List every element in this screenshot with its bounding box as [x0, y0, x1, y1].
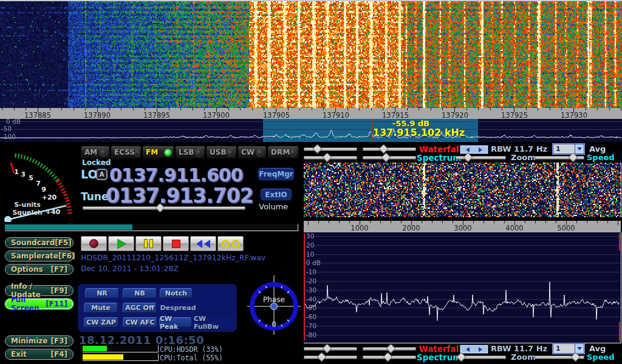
- notch-button[interactable]: Notch: [160, 288, 193, 298]
- info-update-button[interactable]: Info / Update[F9]: [5, 285, 73, 296]
- spectrum-right-marker-top: [619, 234, 620, 251]
- button-hotkey: [F5]: [55, 238, 72, 247]
- arrow-right-icon[interactable]: [479, 147, 482, 152]
- rf-frequency-scale[interactable]: 1378851378901378951379001379051379101379…: [0, 108, 622, 119]
- mode-led-icon: [100, 149, 108, 157]
- slider-thumb[interactable]: [463, 153, 473, 163]
- extio-button[interactable]: ExtIO: [260, 188, 292, 201]
- main-waterfall-display[interactable]: [0, 1, 622, 108]
- slider-track[interactable]: [363, 147, 416, 151]
- pause-button[interactable]: [135, 236, 162, 251]
- wav-file-date: Dec 10, 2011 - 13:01:28Z: [81, 264, 179, 273]
- lo-lock-badge[interactable]: A: [96, 169, 108, 180]
- rewind-button[interactable]: [190, 236, 216, 251]
- loop-button[interactable]: [217, 236, 244, 251]
- slider-thumb[interactable]: [317, 352, 327, 362]
- chevron-down-icon[interactable]: [575, 344, 584, 353]
- minimize-button[interactable]: Minimize[F3]: [5, 335, 73, 346]
- tune-label: Tune: [81, 190, 108, 203]
- button-label: Exit: [11, 350, 27, 359]
- lo-frequency-display[interactable]: 0137.911.600: [109, 164, 243, 186]
- waterfall-brightness-slider[interactable]: [363, 345, 416, 351]
- avg-combobox[interactable]: 1: [553, 343, 584, 354]
- avg-combobox[interactable]: 1: [553, 144, 584, 154]
- spectrum-contrast-slider[interactable]: [304, 354, 357, 359]
- mode-led-icon: [135, 149, 139, 157]
- mode-button-ecss[interactable]: ECSS: [111, 146, 142, 159]
- cw-afc-button[interactable]: CW AFC: [123, 317, 157, 328]
- spectrum-brightness-slider[interactable]: [363, 154, 416, 160]
- nr-button[interactable]: NR: [85, 288, 119, 298]
- volume-slider-thumb[interactable]: [156, 203, 165, 213]
- mode-button-am[interactable]: AM: [81, 146, 110, 159]
- avg-label: Avg: [589, 144, 606, 153]
- slider-thumb[interactable]: [571, 352, 581, 362]
- slider-thumb[interactable]: [323, 344, 332, 354]
- rbw-spinner[interactable]: [460, 145, 488, 154]
- waterfall-contrast-slider[interactable]: [304, 345, 357, 351]
- slider-track[interactable]: [304, 356, 357, 359]
- slider-thumb[interactable]: [569, 153, 578, 163]
- cw-fullbw-button[interactable]: CW FullBw: [193, 317, 233, 328]
- mode-button-usb[interactable]: USB: [206, 146, 237, 159]
- slider-thumb[interactable]: [381, 153, 391, 163]
- cw-zap-button[interactable]: CW ZAP: [84, 317, 118, 328]
- cursor-frequency-readout: 137.915.102 kHz: [373, 127, 465, 138]
- af-frequency-scale[interactable]: 10002000300040005000: [304, 221, 621, 232]
- waterfall-brightness-slider[interactable]: [363, 146, 416, 151]
- arrow-left-icon[interactable]: [466, 347, 470, 352]
- samplerate-button[interactable]: Samplerate[F6]: [5, 251, 73, 261]
- volume-slider[interactable]: [83, 204, 245, 211]
- mute-button[interactable]: Mute: [84, 303, 118, 313]
- main-waterfall-canvas[interactable]: [0, 1, 622, 108]
- playback-progress-bar[interactable]: [5, 224, 298, 231]
- slider-track[interactable]: [304, 147, 357, 151]
- record-button[interactable]: [81, 236, 107, 251]
- avg-combobox-value: 1: [556, 345, 561, 352]
- zoom-slider[interactable]: [456, 154, 506, 160]
- spectrum-label[interactable]: Spectrum: [417, 352, 461, 362]
- agc-off-button[interactable]: AGC Off: [123, 303, 157, 313]
- button-hotkey: [F4]: [50, 350, 67, 359]
- tune-cursor[interactable]: [371, 119, 372, 142]
- arrow-left-icon[interactable]: [466, 147, 470, 152]
- speed-slider[interactable]: [535, 154, 584, 160]
- mode-button-fm[interactable]: FM: [142, 146, 174, 159]
- main-spectrum-display[interactable]: -55.9 dB 137.915.102 kHz 0 dB-50-100: [0, 119, 622, 142]
- zoom-slider[interactable]: [456, 354, 506, 359]
- mode-button-lsb[interactable]: LSB: [175, 146, 205, 159]
- full-screen-button[interactable]: Full Screen[F11]: [5, 298, 73, 309]
- exit-button[interactable]: Exit[F4]: [5, 349, 73, 360]
- waterfall-contrast-slider[interactable]: [304, 146, 357, 151]
- rbw-spinner[interactable]: [460, 345, 488, 354]
- options-button[interactable]: Options[F7]: [5, 264, 73, 275]
- stop-button[interactable]: [163, 236, 189, 251]
- chevron-down-icon[interactable]: [575, 144, 584, 153]
- nb-button[interactable]: NB: [123, 288, 157, 298]
- af-waterfall-display[interactable]: [304, 163, 621, 217]
- mode-button-drm[interactable]: DRM: [267, 146, 299, 159]
- squelch-needle-pivot[interactable]: [4, 216, 12, 222]
- arrow-right-icon[interactable]: [479, 347, 482, 352]
- slider-thumb[interactable]: [379, 144, 389, 154]
- soundcard-button[interactable]: Soundcard[F5]: [5, 237, 73, 248]
- slider-thumb[interactable]: [323, 153, 332, 163]
- af-spectrum-display[interactable]: 3020100 dB-10-20-30-40-50-60-70-80: [304, 232, 621, 343]
- slider-thumb[interactable]: [313, 144, 323, 154]
- spectrum-label[interactable]: Spectrum: [417, 153, 461, 163]
- mode-button-cw[interactable]: CW: [238, 146, 267, 159]
- zoom-label: Zoom: [511, 153, 536, 162]
- spectrum-brightness-slider[interactable]: [363, 354, 416, 359]
- despread-button[interactable]: Despread: [159, 303, 197, 313]
- phase-center-dot[interactable]: [271, 303, 278, 310]
- speed-slider[interactable]: [535, 354, 584, 359]
- spectrum-contrast-slider[interactable]: [304, 154, 357, 160]
- avg-label: Avg: [589, 344, 606, 353]
- mode-label: LSB: [179, 148, 194, 157]
- af-waterfall-canvas[interactable]: [304, 163, 621, 217]
- cw-peak-button[interactable]: CW Peak: [159, 317, 192, 328]
- af-scale-label: 1000: [350, 224, 368, 232]
- play-button[interactable]: [108, 236, 134, 251]
- freqmgr-button[interactable]: FreqMgr: [258, 167, 295, 181]
- slider-thumb[interactable]: [383, 352, 393, 362]
